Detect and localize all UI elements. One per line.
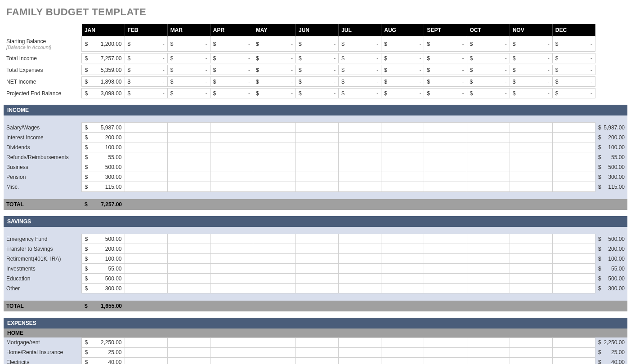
cell[interactable] bbox=[424, 337, 467, 347]
cell[interactable] bbox=[552, 254, 595, 264]
cell[interactable] bbox=[552, 264, 595, 274]
cell[interactable] bbox=[552, 152, 595, 162]
cell[interactable] bbox=[552, 347, 595, 357]
cell[interactable]: $- bbox=[339, 53, 381, 63]
cell[interactable] bbox=[510, 357, 552, 364]
cell[interactable]: $- bbox=[467, 36, 510, 52]
cell[interactable] bbox=[381, 162, 424, 172]
cell[interactable] bbox=[167, 123, 210, 133]
cell[interactable]: $1,200.00 bbox=[82, 36, 125, 52]
cell[interactable] bbox=[125, 123, 167, 133]
cell[interactable]: $- bbox=[381, 53, 424, 63]
cell[interactable] bbox=[167, 182, 210, 192]
cell[interactable] bbox=[167, 274, 210, 284]
cell[interactable] bbox=[253, 172, 295, 182]
cell[interactable] bbox=[253, 254, 295, 264]
cell[interactable] bbox=[253, 162, 295, 172]
cell[interactable]: $- bbox=[125, 53, 167, 63]
cell[interactable] bbox=[167, 172, 210, 182]
cell[interactable] bbox=[339, 357, 381, 364]
cell[interactable] bbox=[424, 152, 467, 162]
cell[interactable]: $- bbox=[510, 36, 552, 52]
cell[interactable] bbox=[210, 123, 253, 133]
cell[interactable]: $- bbox=[253, 65, 295, 75]
cell[interactable] bbox=[467, 357, 510, 364]
cell[interactable]: $- bbox=[424, 89, 467, 98]
cell[interactable]: $- bbox=[552, 65, 595, 75]
cell[interactable] bbox=[339, 123, 381, 133]
cell[interactable] bbox=[510, 347, 552, 357]
cell[interactable] bbox=[339, 234, 381, 244]
cell[interactable] bbox=[296, 244, 339, 254]
cell[interactable] bbox=[210, 182, 253, 192]
cell[interactable] bbox=[510, 133, 552, 142]
cell[interactable] bbox=[296, 337, 339, 347]
cell[interactable] bbox=[381, 347, 424, 357]
cell[interactable] bbox=[467, 284, 510, 293]
cell[interactable]: $25.00 bbox=[82, 347, 125, 357]
cell[interactable] bbox=[167, 234, 210, 244]
cell[interactable]: $5,359.00 bbox=[82, 65, 125, 75]
cell[interactable] bbox=[424, 142, 467, 152]
cell[interactable] bbox=[210, 337, 253, 347]
cell[interactable] bbox=[125, 337, 167, 347]
cell[interactable] bbox=[210, 284, 253, 293]
cell[interactable] bbox=[339, 244, 381, 254]
cell[interactable]: $- bbox=[296, 36, 339, 52]
cell[interactable] bbox=[296, 254, 339, 264]
cell[interactable] bbox=[210, 162, 253, 172]
cell[interactable] bbox=[296, 357, 339, 364]
cell[interactable]: $- bbox=[424, 36, 467, 52]
cell[interactable] bbox=[210, 244, 253, 254]
cell[interactable] bbox=[381, 142, 424, 152]
cell[interactable] bbox=[253, 152, 295, 162]
cell[interactable] bbox=[296, 347, 339, 357]
cell[interactable] bbox=[339, 182, 381, 192]
cell[interactable] bbox=[125, 152, 167, 162]
cell[interactable] bbox=[210, 142, 253, 152]
cell[interactable] bbox=[210, 264, 253, 274]
cell[interactable]: $- bbox=[339, 77, 381, 87]
cell[interactable]: $- bbox=[510, 89, 552, 98]
cell[interactable]: $- bbox=[510, 77, 552, 87]
cell[interactable]: $- bbox=[167, 53, 210, 63]
cell[interactable]: $2,250.00 bbox=[82, 337, 125, 347]
cell[interactable] bbox=[167, 244, 210, 254]
cell[interactable] bbox=[552, 337, 595, 347]
cell[interactable] bbox=[210, 347, 253, 357]
cell[interactable] bbox=[253, 357, 295, 364]
cell[interactable] bbox=[167, 264, 210, 274]
cell[interactable]: $7,257.00 bbox=[82, 53, 125, 63]
cell[interactable] bbox=[424, 234, 467, 244]
cell[interactable] bbox=[125, 254, 167, 264]
cell[interactable] bbox=[510, 274, 552, 284]
cell[interactable] bbox=[381, 182, 424, 192]
cell[interactable]: $- bbox=[125, 89, 167, 98]
cell[interactable] bbox=[467, 162, 510, 172]
cell[interactable] bbox=[125, 244, 167, 254]
cell[interactable]: $3,098.00 bbox=[82, 89, 125, 98]
cell[interactable] bbox=[552, 274, 595, 284]
cell[interactable] bbox=[552, 133, 595, 142]
cell[interactable] bbox=[167, 284, 210, 293]
cell[interactable] bbox=[467, 182, 510, 192]
cell[interactable]: $- bbox=[510, 53, 552, 63]
cell[interactable]: $- bbox=[296, 53, 339, 63]
cell[interactable]: $300.00 bbox=[82, 172, 125, 182]
cell[interactable] bbox=[510, 142, 552, 152]
cell[interactable] bbox=[552, 357, 595, 364]
cell[interactable]: $- bbox=[210, 53, 253, 63]
cell[interactable] bbox=[510, 123, 552, 133]
cell[interactable]: $300.00 bbox=[82, 284, 125, 293]
cell[interactable]: $- bbox=[167, 36, 210, 52]
cell[interactable] bbox=[424, 284, 467, 293]
cell[interactable]: $- bbox=[296, 89, 339, 98]
cell[interactable] bbox=[339, 347, 381, 357]
cell[interactable] bbox=[424, 254, 467, 264]
cell[interactable] bbox=[424, 357, 467, 364]
cell[interactable] bbox=[552, 172, 595, 182]
cell[interactable] bbox=[381, 264, 424, 274]
cell[interactable] bbox=[552, 284, 595, 293]
cell[interactable]: $- bbox=[253, 89, 295, 98]
cell[interactable] bbox=[552, 182, 595, 192]
